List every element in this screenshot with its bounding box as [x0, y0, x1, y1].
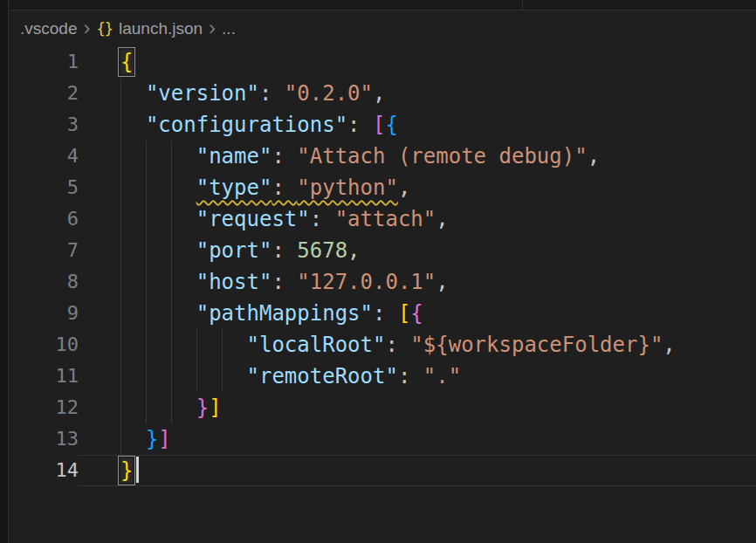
- code-line[interactable]: 9 "pathMappings": [{: [10, 298, 756, 329]
- indent-guides: [120, 329, 246, 361]
- code-token: :: [271, 270, 297, 294]
- line-number[interactable]: 11: [10, 361, 79, 392]
- code-line-content[interactable]: }]: [79, 423, 756, 455]
- breadcrumb-symbol-ellipsis[interactable]: ...: [222, 19, 236, 38]
- matched-bracket: }: [120, 458, 133, 483]
- editor-pane: .vscode › {} launch.json › ... 1{2 "vers…: [10, 11, 756, 543]
- code-token: "${workspaceFolder}": [410, 333, 663, 357]
- code-token: ]: [158, 427, 170, 451]
- breadcrumb-file-label: launch.json: [119, 19, 203, 38]
- code-line-content[interactable]: {: [79, 46, 756, 78]
- code-line-content[interactable]: "host": "127.0.0.1",: [79, 266, 756, 298]
- line-number[interactable]: 2: [10, 78, 79, 109]
- breadcrumb: .vscode › {} launch.json › ...: [10, 11, 756, 46]
- indent-guides: [120, 109, 146, 141]
- code-token: "configurations": [146, 113, 347, 137]
- indent-guides: [120, 423, 146, 455]
- code-token: 5678: [297, 238, 347, 263]
- code-token: :: [347, 113, 373, 137]
- code-token: "pathMappings": [196, 301, 373, 326]
- indent-guides: [120, 141, 196, 172]
- tab-divider: [522, 0, 523, 10]
- code-line[interactable]: 5 "type": "python",: [10, 172, 756, 203]
- code-token: "127.0.0.1": [297, 270, 436, 294]
- code-token: "name": [196, 144, 272, 168]
- code-token: ,: [436, 270, 448, 294]
- indent-guides: [120, 78, 146, 109]
- code-line[interactable]: 8 "host": "127.0.0.1",: [10, 266, 756, 298]
- breadcrumb-file[interactable]: {} launch.json: [96, 19, 203, 38]
- code-token: "localRoot": [246, 333, 385, 357]
- code-token: ]: [209, 395, 221, 420]
- code-token: :: [385, 333, 410, 357]
- code-line-content[interactable]: "name": "Attach (remote debug)",: [79, 141, 756, 172]
- code-token: {: [385, 113, 397, 137]
- line-number[interactable]: 14: [10, 455, 79, 486]
- line-number[interactable]: 13: [10, 423, 79, 455]
- line-number[interactable]: 7: [10, 235, 79, 266]
- code-line-content[interactable]: "port": 5678,: [79, 235, 756, 266]
- code-line[interactable]: 6 "request": "attach",: [10, 203, 756, 235]
- code-lines[interactable]: 1{2 "version": "0.2.0",3 "configurations…: [10, 46, 756, 486]
- code-token: "version": [146, 81, 259, 106]
- code-token: }: [196, 395, 209, 420]
- line-number[interactable]: 8: [10, 266, 79, 298]
- code-line-content[interactable]: "pathMappings": [{: [79, 298, 756, 329]
- code-line-content[interactable]: "request": "attach",: [79, 203, 756, 235]
- code-line[interactable]: 11 "remoteRoot": ".": [10, 361, 756, 392]
- code-token: ,: [663, 333, 675, 357]
- code-line-content[interactable]: }: [79, 455, 756, 486]
- code-token: ,: [588, 144, 600, 168]
- code-line-content[interactable]: "localRoot": "${workspaceFolder}",: [79, 329, 756, 361]
- breadcrumb-folder[interactable]: .vscode: [20, 19, 77, 38]
- code-token: "type": [196, 175, 272, 200]
- line-number[interactable]: 9: [10, 298, 79, 329]
- line-number[interactable]: 3: [10, 109, 79, 141]
- code-token: :: [373, 301, 398, 326]
- code-token: ,: [373, 81, 385, 106]
- code-line-content[interactable]: "type": "python",: [79, 172, 756, 203]
- line-number[interactable]: 1: [10, 46, 79, 78]
- code-line[interactable]: 4 "name": "Attach (remote debug)",: [10, 141, 756, 172]
- code-line[interactable]: 10 "localRoot": "${workspaceFolder}",: [10, 329, 756, 361]
- code-token: "port": [196, 238, 272, 263]
- indent-guides: [120, 172, 196, 203]
- line-number[interactable]: 6: [10, 203, 79, 235]
- indent-guides: [120, 266, 196, 298]
- code-line[interactable]: 14}: [10, 455, 756, 486]
- code-token: :: [271, 175, 297, 200]
- code-line-content[interactable]: "remoteRoot": ".": [79, 361, 756, 392]
- indent-guides: [120, 392, 196, 423]
- code-line[interactable]: 12 }]: [10, 392, 756, 423]
- tab-bar-remnant: [10, 0, 756, 10]
- code-token: ,: [436, 207, 448, 231]
- matched-bracket: {: [120, 50, 133, 74]
- code-line[interactable]: 3 "configurations": [{: [10, 109, 756, 141]
- code-line[interactable]: 7 "port": 5678,: [10, 235, 756, 266]
- code-token: "attach": [335, 207, 436, 231]
- code-token: :: [271, 144, 297, 168]
- code-line[interactable]: 1{: [10, 46, 756, 78]
- json-brackets-icon: {}: [96, 20, 112, 38]
- chevron-right-icon: ›: [77, 16, 96, 43]
- indent-guides: [120, 361, 246, 392]
- code-token: :: [310, 207, 335, 231]
- line-number[interactable]: 10: [10, 329, 79, 361]
- line-number[interactable]: 5: [10, 172, 79, 203]
- code-token: [: [373, 113, 385, 137]
- code-line-content[interactable]: "version": "0.2.0",: [79, 78, 756, 109]
- code-line[interactable]: 2 "version": "0.2.0",: [10, 78, 756, 109]
- code-token: "Attach (remote debug)": [297, 144, 587, 168]
- code-token: ".": [423, 364, 461, 388]
- code-line[interactable]: 13 }]: [10, 423, 756, 455]
- code-line-content[interactable]: "configurations": [{: [79, 109, 756, 141]
- code-token: :: [259, 81, 285, 106]
- code-token: }: [146, 427, 158, 451]
- code-token: [: [398, 301, 410, 326]
- indent-guides: [120, 298, 196, 329]
- window-left-edge: [0, 0, 9, 543]
- line-number[interactable]: 12: [10, 392, 79, 423]
- code-line-content[interactable]: }]: [79, 392, 756, 423]
- line-number[interactable]: 4: [10, 141, 79, 172]
- code-token: :: [398, 364, 423, 388]
